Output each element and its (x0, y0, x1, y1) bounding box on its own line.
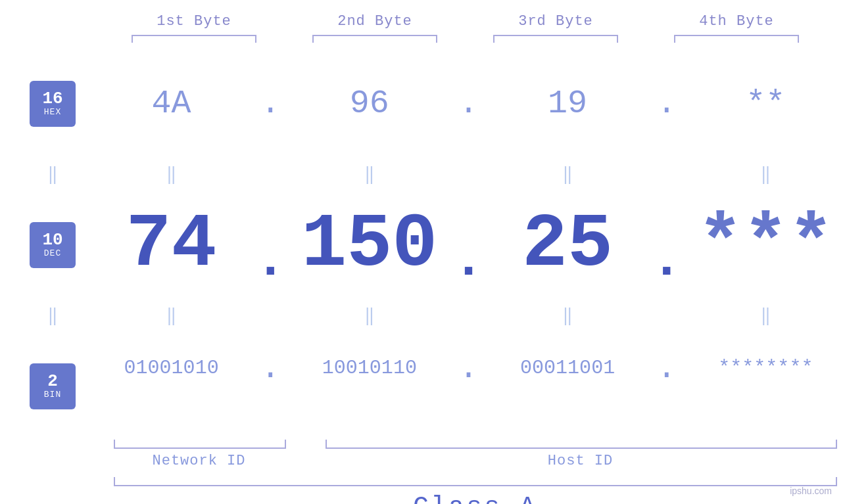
sep-hex-2: . (458, 85, 478, 122)
eq-row-2: ‖ ‖ ‖ ‖ (92, 296, 845, 335)
bracket-top-1 (132, 35, 256, 43)
sep-bin-3: . (657, 350, 677, 387)
main-container: 1st Byte 2nd Byte 3rd Byte 4th Byte 16 H… (0, 0, 845, 504)
network-id-label: Network ID (114, 453, 285, 469)
bin-row: 01001010 . 10010110 . 00011001 . *******… (92, 335, 845, 401)
dec-row: 74 . 150 . 25 . *** (92, 194, 845, 296)
dec-byte-4: *** (698, 207, 834, 283)
bin-byte-3: 00011001 (520, 357, 615, 379)
sep-hex-1: . (260, 85, 280, 122)
class-label-row: Class A (114, 493, 837, 504)
sep-bin-2: . (458, 350, 478, 387)
badge-bin: 2 BIN (30, 363, 76, 409)
eq-row-1: ‖ ‖ ‖ ‖ (92, 154, 845, 194)
class-bracket (114, 477, 837, 486)
dec-byte-3: 25 (522, 207, 613, 283)
sep-bin-1: . (260, 350, 280, 387)
byte-header-1: 1st Byte (104, 13, 285, 30)
bin-byte-4: ******** (718, 357, 813, 379)
bracket-top-2 (312, 35, 437, 43)
bin-byte-2: 10010110 (322, 357, 417, 379)
byte-header-2: 2nd Byte (285, 13, 466, 30)
byte-header-3: 3rd Byte (466, 13, 646, 30)
badge-dec: 10 DEC (30, 222, 76, 268)
data-columns: 4A . 96 . 19 . ** ‖ ‖ ‖ ‖ 74 . (92, 53, 845, 437)
equals-hex-dec: ‖ (13, 154, 92, 194)
sep-dec-2: . (452, 231, 484, 290)
bracket-top-4 (674, 35, 799, 43)
badges-column: 16 HEX ‖ 10 DEC ‖ 2 BIN (0, 53, 92, 437)
hex-byte-3: 19 (548, 85, 587, 122)
watermark: ipshu.com (790, 486, 832, 496)
sep-hex-3: . (657, 85, 677, 122)
bracket-top-3 (493, 35, 618, 43)
hex-byte-2: 96 (350, 85, 389, 122)
bottom-labels-section: Network ID Host ID Class A (114, 440, 837, 504)
dec-byte-2: 150 (301, 207, 437, 283)
dec-byte-1: 74 (126, 207, 217, 283)
byte-header-4: 4th Byte (646, 13, 827, 30)
sep-dec-3: . (651, 231, 683, 290)
hex-row: 4A . 96 . 19 . ** (92, 53, 845, 154)
hex-byte-4: ** (746, 85, 785, 122)
hex-byte-1: 4A (152, 85, 191, 122)
id-labels: Network ID Host ID (114, 453, 837, 469)
host-id-label: Host ID (324, 453, 837, 469)
network-id-bracket (114, 440, 286, 449)
class-label: Class A (413, 493, 537, 504)
badge-hex: 16 HEX (30, 81, 76, 127)
equals-dec-bin: ‖ (13, 296, 92, 335)
bottom-brackets (114, 440, 837, 449)
bin-byte-1: 01001010 (124, 357, 219, 379)
sep-dec-1: . (254, 231, 286, 290)
host-id-bracket (326, 440, 837, 449)
data-section: 16 HEX ‖ 10 DEC ‖ 2 BIN (0, 53, 845, 437)
